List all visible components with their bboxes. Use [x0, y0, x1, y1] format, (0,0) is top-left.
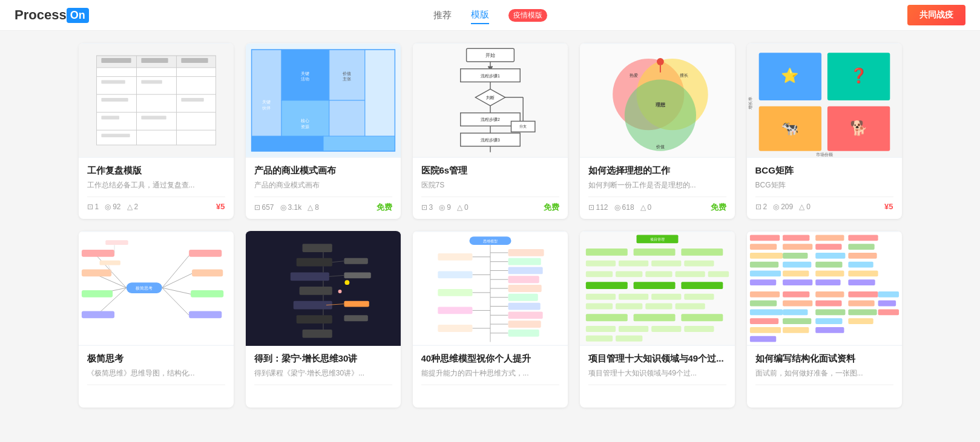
- meta-price: ¥5: [884, 202, 893, 211]
- svg-rect-166: [651, 261, 681, 267]
- svg-rect-161: [585, 249, 627, 256]
- svg-text:项目管理: 项目管理: [650, 238, 665, 241]
- svg-rect-164: [585, 261, 615, 267]
- card-thumb-bcg: ⭐ ❓ 🐄 🐕 市场份额 增长率: [747, 43, 902, 158]
- card-title: 如何选择理想的工作: [588, 165, 726, 177]
- card-bcg[interactable]: ⭐ ❓ 🐄 🐕 市场份额 增长率 BCG矩阵 BCG矩阵 ⊡ 2: [747, 43, 902, 219]
- svg-rect-203: [783, 262, 811, 268]
- svg-rect-167: [684, 261, 714, 267]
- svg-rect-10: [141, 58, 168, 63]
- card-dedao[interactable]: 得到：梁宁·增长思维30讲 得到课程《梁宁·增长思维30讲》...: [246, 231, 401, 408]
- svg-text:⭐: ⭐: [781, 68, 799, 85]
- card-ideal-work[interactable]: 理想 热爱 擅长 价值 如何选择理想的工作 如何判断一份工作是否是理想的... …: [580, 43, 735, 219]
- svg-rect-216: [848, 270, 878, 276]
- svg-rect-28: [323, 136, 395, 151]
- svg-rect-222: [749, 327, 780, 333]
- svg-rect-191: [585, 336, 612, 342]
- svg-rect-240: [878, 309, 898, 315]
- svg-rect-178: [651, 294, 681, 300]
- card-desc: 工作总结必备工具，通过复盘查...: [87, 180, 225, 190]
- svg-rect-172: [708, 271, 728, 277]
- nav-recommend[interactable]: 推荐: [433, 7, 452, 24]
- copy-icon: ⊡: [421, 203, 427, 212]
- svg-rect-225: [783, 301, 812, 307]
- svg-text:开始: 开始: [485, 53, 495, 58]
- copy-icon: ⊡: [87, 203, 93, 211]
- template-grid: 工作复盘模版 工作总结必备工具，通过复盘查... ⊡ 1 ◎ 92 △ 2: [79, 43, 902, 408]
- logo[interactable]: ProcessOn: [15, 7, 89, 23]
- svg-rect-217: [848, 279, 875, 285]
- card-meta: [87, 385, 225, 401]
- svg-text:擅长: 擅长: [680, 73, 688, 77]
- card-body-interview: 如何编写结构化面试资料 面试前，如何做好准备，一张图...: [747, 346, 902, 408]
- card-thumb-40-models: 思维模型: [413, 231, 568, 346]
- svg-text:流程步骤1: 流程步骤1: [481, 74, 500, 79]
- card-bmc[interactable]: 关键 伙伴 关键 活动 核心 资源 价值 主张 产品的商业模式画布 产品的商业模…: [246, 43, 401, 219]
- svg-text:极简思考: 极简思考: [135, 286, 153, 290]
- svg-rect-115: [344, 258, 367, 264]
- svg-rect-207: [815, 244, 841, 250]
- card-40-models[interactable]: 思维模型: [413, 231, 568, 408]
- svg-rect-198: [749, 270, 780, 276]
- svg-rect-103: [296, 258, 332, 267]
- svg-rect-229: [815, 291, 844, 297]
- svg-rect-12: [101, 80, 125, 84]
- meta-views: ◎ 9: [439, 203, 451, 212]
- card-hospital[interactable]: 开始 流程步骤1 判断 流程步骤2 流程步骤3: [413, 43, 568, 219]
- svg-rect-168: [585, 271, 612, 277]
- card-title: 得到：梁宁·增长思维30讲: [254, 353, 392, 365]
- card-project-mgmt[interactable]: 项目管理: [580, 231, 735, 408]
- svg-rect-145: [508, 320, 541, 328]
- nav-epidemic-badge[interactable]: 疫情模版: [508, 9, 547, 22]
- card-meta: ⊡ 112 ◎ 618 △ 0 免费: [588, 197, 726, 213]
- svg-point-122: [344, 280, 349, 285]
- svg-rect-174: [633, 282, 675, 289]
- card-interview[interactable]: 如何编写结构化面试资料 面试前，如何做好准备，一张图...: [747, 231, 902, 408]
- svg-text:流程步骤2: 流程步骤2: [481, 117, 500, 122]
- meta-likes: △ 8: [307, 203, 319, 212]
- svg-rect-151: [438, 271, 472, 278]
- svg-rect-129: [508, 249, 544, 256]
- svg-rect-171: [675, 271, 705, 277]
- likes-value: 0: [806, 203, 811, 211]
- nav-template[interactable]: 模版: [471, 7, 489, 24]
- card-thumb-hospital: 开始 流程步骤1 判断 流程步骤2 流程步骤3: [413, 43, 568, 158]
- meta-price: ¥5: [216, 202, 225, 211]
- svg-rect-219: [749, 301, 776, 307]
- svg-text:核心: 核心: [300, 119, 309, 123]
- like-icon: △: [307, 203, 313, 212]
- svg-text:热爱: 热爱: [629, 73, 637, 78]
- svg-rect-117: [344, 301, 369, 307]
- card-work-review[interactable]: 工作复盘模版 工作总结必备工具，通过复盘查... ⊡ 1 ◎ 92 △ 2: [79, 43, 234, 219]
- svg-rect-184: [585, 314, 627, 321]
- svg-rect-90: [189, 250, 222, 257]
- card-thumb-project-mgmt: 项目管理: [580, 231, 735, 346]
- svg-rect-27: [251, 136, 323, 151]
- svg-rect-227: [783, 318, 811, 324]
- svg-rect-96: [189, 311, 222, 318]
- card-desc: 得到课程《梁宁·增长思维30讲》...: [254, 368, 392, 379]
- meta-free: 免费: [711, 202, 726, 213]
- card-body-dedao: 得到：梁宁·增长思维30讲 得到课程《梁宁·增长思维30讲》...: [246, 346, 401, 408]
- svg-rect-153: [438, 289, 472, 296]
- svg-text:关键: 关键: [301, 71, 309, 76]
- card-desc: 《极简思维》思维导图，结构化...: [87, 368, 225, 379]
- cta-button[interactable]: 共同战疫: [907, 5, 965, 25]
- svg-rect-16: [101, 116, 119, 120]
- copies-value: 1: [95, 203, 99, 211]
- card-desc: BCG矩阵: [755, 180, 893, 190]
- card-title: 产品的商业模式画布: [254, 165, 392, 177]
- card-desc: 面试前，如何做好准备，一张图...: [755, 368, 893, 379]
- card-simple-think[interactable]: 极简思考: [79, 231, 234, 408]
- copies-value: 112: [596, 203, 608, 212]
- svg-rect-175: [681, 282, 723, 289]
- svg-rect-88: [81, 311, 114, 318]
- svg-rect-139: [508, 294, 538, 301]
- card-desc: 能提升能力的四十种思维方式，...: [421, 368, 559, 379]
- meta-likes: △ 0: [640, 203, 652, 212]
- eye-icon: ◎: [439, 203, 445, 212]
- svg-rect-210: [815, 270, 844, 276]
- views-value: 3.1k: [288, 203, 302, 212]
- meta-views: ◎ 92: [105, 203, 120, 211]
- svg-rect-98: [105, 240, 128, 245]
